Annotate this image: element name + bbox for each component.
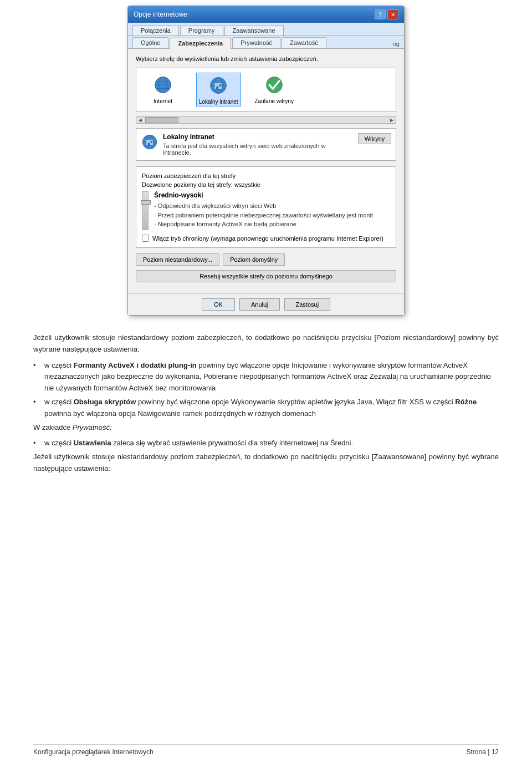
dialog-body: Wybierz strefę do wyświetlenia lub zmień… bbox=[128, 49, 404, 293]
tab-general[interactable]: Ogólne bbox=[132, 37, 168, 48]
tab-advanced[interactable]: Zaawansowane bbox=[224, 25, 284, 35]
svg-rect-16 bbox=[148, 143, 150, 146]
tab-privacy[interactable]: Prywatność bbox=[232, 37, 280, 48]
zones-scrollbar[interactable]: ◄ ► bbox=[136, 116, 396, 124]
svg-rect-9 bbox=[217, 87, 219, 89]
security-content: Średnio-wysoki - Odpowiedni dla większoś… bbox=[142, 191, 390, 230]
bullet-dot-3: • bbox=[33, 438, 41, 449]
security-details: Średnio-wysoki - Odpowiedni dla większoś… bbox=[154, 191, 390, 230]
tab-content[interactable]: Zawartość bbox=[282, 37, 326, 48]
dialog-action-btns: Poziom niestandardowy... Poziom domyślny bbox=[136, 253, 396, 266]
security-level-name: Średnio-wysoki bbox=[154, 191, 390, 199]
zone-trusted[interactable]: Zaufane witryny bbox=[252, 73, 296, 106]
default-level-button[interactable]: Poziom domyślny bbox=[223, 253, 285, 266]
slider-track bbox=[142, 191, 149, 230]
footer-left: Konfiguracja przeglądarek internetowych bbox=[33, 748, 154, 756]
security-level-label: Dozwolone poziomy dla tej strefy: wszyst… bbox=[142, 181, 390, 188]
footer-right: Strona | 12 bbox=[467, 748, 499, 756]
bullet-3: • w części Ustawienia zaleca się wybrać … bbox=[33, 438, 499, 449]
dialog-container: Opcje internetowe ? ✕ Połączenia Program… bbox=[0, 0, 532, 316]
security-box: Poziom zabezpieczeń dla tej strefy Dozwo… bbox=[136, 166, 396, 248]
bullet-1-text: w części Formanty ActiveX i dodatki plun… bbox=[44, 360, 499, 394]
og-label: og bbox=[393, 37, 400, 47]
tab-security[interactable]: Zabezpieczenia bbox=[170, 38, 231, 49]
bullet-dot-2: • bbox=[33, 397, 41, 408]
reset-btn-container: Resetuj wszystkie strefy do poziomu domy… bbox=[136, 270, 396, 287]
zone-intranet[interactable]: Lokalny intranet bbox=[196, 73, 241, 106]
zones-row: Internet L bbox=[136, 68, 396, 111]
zone-internet-label: Internet bbox=[154, 98, 172, 104]
reset-button[interactable]: Resetuj wszystkie strefy do poziomu domy… bbox=[136, 270, 396, 282]
dialog-window: Opcje internetowe ? ✕ Połączenia Program… bbox=[127, 6, 405, 316]
zone-trusted-label: Zaufane witryny bbox=[254, 98, 294, 104]
security-slider[interactable] bbox=[142, 191, 149, 230]
zone-info-desc: Ta strefa jest dla wszystkich witryn sie… bbox=[163, 143, 354, 156]
zone-info-box: Lokalny intranet Ta strefa jest dla wszy… bbox=[136, 128, 396, 161]
protected-mode-row: Włącz tryb chroniony (wymaga ponownego u… bbox=[142, 235, 390, 242]
security-desc: - Odpowiedni dla większości witryn sieci… bbox=[154, 201, 390, 229]
bullet-1: • w części Formanty ActiveX i dodatki pl… bbox=[33, 360, 499, 394]
tab-row-1: Połączenia Programy Zaawansowane bbox=[128, 23, 404, 36]
dialog-titlebar: Opcje internetowe ? ✕ bbox=[128, 6, 404, 23]
help-button[interactable]: ? bbox=[375, 9, 386, 19]
protected-mode-checkbox[interactable] bbox=[142, 235, 149, 242]
svg-rect-10 bbox=[219, 84, 222, 87]
main-text: Jeżeli użytkownik stosuje niestandardowy… bbox=[0, 332, 532, 475]
bullet-dot-1: • bbox=[33, 360, 41, 372]
zone-info-globe-icon bbox=[141, 133, 158, 154]
page-footer: Konfiguracja przeglądarek internetowych … bbox=[33, 744, 499, 756]
cancel-button[interactable]: Anuluj bbox=[239, 298, 280, 311]
zone-intranet-label: Lokalny intranet bbox=[199, 99, 238, 105]
globe-icon bbox=[152, 74, 174, 96]
apply-button[interactable]: Zastosuj bbox=[284, 298, 331, 311]
bullet-2: • w części Obsługa skryptów powinny być … bbox=[33, 397, 499, 420]
intranet-icon bbox=[207, 74, 229, 96]
svg-rect-17 bbox=[151, 141, 152, 143]
paragraph-3: Jeżeli użytkownik stosuje niestandardowy… bbox=[33, 451, 499, 475]
tab-programs[interactable]: Programy bbox=[180, 25, 223, 35]
bullet-3-text: w części Ustawienia zaleca się wybrać us… bbox=[44, 438, 353, 449]
paragraph-1: Jeżeli użytkownik stosuje niestandardowy… bbox=[33, 332, 499, 355]
tab-row-2: Ogólne Zabezpieczenia Prywatność Zawarto… bbox=[128, 36, 404, 49]
scrollbar-thumb[interactable] bbox=[145, 117, 178, 123]
dialog-title: Opcje internetowe bbox=[134, 11, 187, 18]
paragraph-2: W zakładce Prywatność: bbox=[33, 422, 499, 434]
security-box-title: Poziom zabezpieczeń dla tej strefy bbox=[142, 172, 390, 179]
protected-mode-label: Włącz tryb chroniony (wymaga ponownego u… bbox=[152, 235, 383, 242]
bullet-2-text: w części Obsługa skryptów powinny być wł… bbox=[44, 397, 499, 420]
zone-internet[interactable]: Internet bbox=[141, 73, 185, 106]
custom-level-button[interactable]: Poziom niestandardowy... bbox=[136, 253, 219, 266]
witryny-button[interactable]: Witryny bbox=[358, 133, 391, 144]
trusted-icon bbox=[263, 74, 285, 96]
dialog-controls: ? ✕ bbox=[375, 9, 398, 19]
ok-button[interactable]: OK bbox=[202, 298, 235, 311]
zone-instruction: Wybierz strefę do wyświetlenia lub zmień… bbox=[136, 55, 396, 62]
close-button[interactable]: ✕ bbox=[387, 9, 398, 19]
dialog-footer-btns: OK Anuluj Zastosuj bbox=[128, 293, 404, 315]
zone-info-text: Lokalny intranet Ta strefa jest dla wszy… bbox=[163, 133, 354, 156]
tab-connections[interactable]: Połączenia bbox=[132, 25, 179, 35]
zone-info-name: Lokalny intranet bbox=[163, 133, 354, 141]
slider-thumb bbox=[141, 200, 151, 205]
